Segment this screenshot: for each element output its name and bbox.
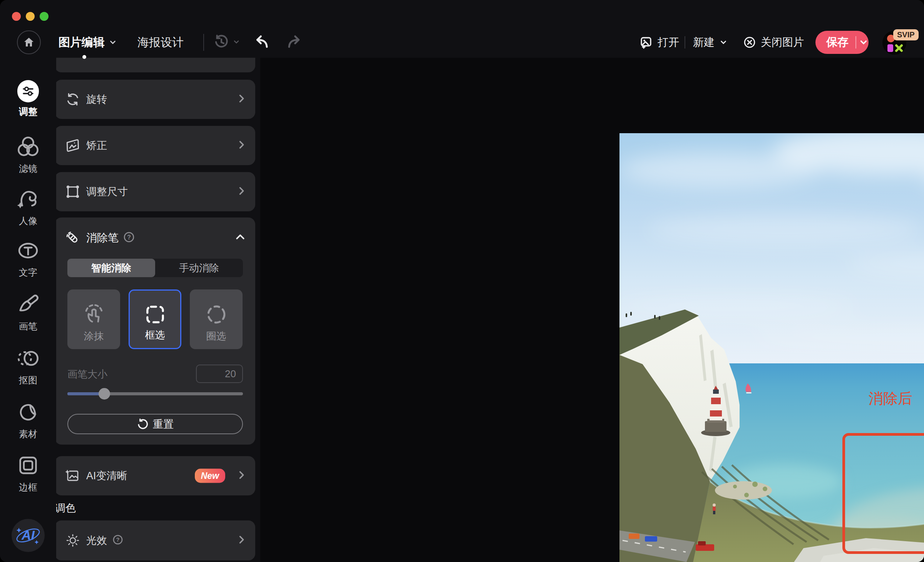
card-previous-partial[interactable]: [55, 58, 255, 72]
home-icon: [23, 36, 35, 49]
ai-clear-icon: [65, 468, 80, 483]
actions-divider: [685, 36, 685, 49]
ai-assistant-button[interactable]: AI: [12, 519, 45, 552]
new-badge: New: [195, 469, 225, 483]
undo-icon: [254, 33, 271, 50]
chevron-down-icon: [719, 38, 728, 47]
sidebar-item-border[interactable]: 边框: [0, 454, 56, 493]
close-circle-icon: [743, 36, 756, 49]
svg-text:?: ?: [127, 234, 131, 241]
text-icon: [17, 239, 39, 262]
lasso-select-icon: [190, 303, 243, 326]
chevron-right-icon: [236, 93, 247, 105]
filter-circles-icon: [17, 135, 39, 158]
tool-rail: 调整 滤镜 人像 文字: [0, 58, 56, 562]
open-image-icon: [639, 35, 653, 49]
resize-icon: [65, 184, 80, 199]
sidebar-item-brush[interactable]: 画笔: [0, 293, 56, 333]
avatar-logo-rect: [887, 44, 893, 52]
topbar-divider: [203, 34, 204, 51]
cutout-icon: [17, 347, 39, 370]
sticker-icon: [17, 401, 39, 423]
home-button[interactable]: [17, 30, 41, 54]
avatar-logo-x: [894, 43, 904, 53]
eraser-tools: 涂抹 框选 圈选: [67, 289, 243, 349]
redo-button[interactable]: [283, 32, 303, 52]
sidebar-item-filter[interactable]: 滤镜: [0, 135, 56, 175]
history-button[interactable]: [212, 32, 231, 52]
rotate-icon: [65, 92, 80, 107]
tool-lasso-select[interactable]: 圈选: [190, 289, 243, 349]
sidebar-item-portrait[interactable]: 人像: [0, 188, 56, 227]
adjust-sliders-icon: [17, 80, 39, 102]
chevron-right-icon: [236, 186, 247, 198]
close-window-button[interactable]: [12, 12, 21, 21]
svg-text:?: ?: [116, 537, 120, 543]
adjust-panel: 旋转 矫正: [56, 58, 260, 562]
card-straighten[interactable]: 矫正: [55, 126, 255, 165]
card-eraser-pen: 消除笔 ? 智能消除 手动消除: [55, 217, 255, 445]
brush-size-row: 画笔大小 20: [67, 365, 243, 383]
app-window: 消除后 对比 100% 图片编辑 海报设计: [0, 0, 924, 562]
undo-button[interactable]: [253, 32, 273, 52]
svg-text:AI: AI: [21, 528, 35, 542]
save-button[interactable]: 保存: [815, 31, 869, 54]
chevron-down-icon: [109, 38, 117, 47]
maximize-window-button[interactable]: [40, 12, 49, 21]
chevron-down-icon: [233, 38, 240, 46]
annotation-text: 消除后: [869, 389, 912, 408]
frame-icon: [17, 454, 39, 477]
canvas-area: 消除后 对比 100%: [260, 58, 924, 562]
erase-selection-rectangle[interactable]: [842, 433, 924, 554]
title-bar: 图片编辑 海报设计: [0, 0, 924, 58]
active-tab-indicator: [82, 55, 86, 59]
brush-size-input[interactable]: 20: [196, 365, 243, 383]
chevron-right-icon: [236, 139, 247, 152]
tool-box-select[interactable]: 框选: [129, 289, 181, 349]
reset-button[interactable]: 重置: [67, 414, 243, 434]
smear-icon: [67, 303, 120, 326]
history-icon: [213, 34, 229, 50]
history-chevron[interactable]: [229, 32, 243, 52]
slider-thumb[interactable]: [99, 388, 110, 400]
tab-manual-erase[interactable]: 手动消除: [155, 259, 243, 277]
collapse-chevron-up-icon[interactable]: [234, 231, 246, 244]
tab-smart-erase[interactable]: 智能消除: [67, 259, 155, 277]
sidebar-item-elements[interactable]: 素材: [0, 401, 56, 440]
svip-badge: SVIP: [893, 29, 919, 40]
sun-icon: [65, 533, 80, 548]
straighten-icon: [65, 138, 80, 153]
help-icon[interactable]: ?: [112, 534, 123, 547]
eraser-mode-tabs: 智能消除 手动消除: [67, 259, 243, 277]
chevron-right-icon: [236, 534, 247, 547]
eraser-pen-icon: [65, 230, 80, 246]
brush-icon: [17, 293, 39, 316]
card-ai-clear[interactable]: AI变清晰 New: [55, 456, 255, 495]
brush-size-slider[interactable]: [67, 392, 243, 395]
save-dropdown-chevron[interactable]: [859, 37, 869, 47]
card-resize[interactable]: 调整尺寸: [55, 172, 255, 211]
save-divider: [855, 36, 856, 49]
chevron-right-icon: [236, 470, 247, 482]
box-select-icon: [130, 303, 180, 326]
reset-icon: [137, 418, 148, 430]
sidebar-item-adjust[interactable]: 调整: [0, 80, 56, 118]
minimize-window-button[interactable]: [26, 12, 35, 21]
card-rotate[interactable]: 旋转: [55, 80, 255, 119]
help-icon[interactable]: ?: [123, 231, 135, 244]
tab-poster-design[interactable]: 海报设计: [137, 34, 184, 51]
close-image-button[interactable]: 关闭图片: [743, 32, 804, 52]
tab-image-edit[interactable]: 图片编辑: [59, 34, 117, 51]
section-color-label: 调色: [55, 501, 76, 515]
sidebar-item-text[interactable]: 文字: [0, 239, 56, 279]
open-button[interactable]: 打开: [639, 32, 679, 52]
ai-logo-icon: AI: [12, 519, 44, 552]
redo-icon: [285, 33, 301, 50]
card-light-effect[interactable]: 光效 ?: [55, 520, 255, 560]
new-button[interactable]: 新建: [693, 32, 728, 52]
sidebar-item-cutout[interactable]: 抠图: [0, 347, 56, 386]
tool-smear[interactable]: 涂抹: [67, 289, 120, 349]
portrait-icon: [17, 188, 39, 210]
